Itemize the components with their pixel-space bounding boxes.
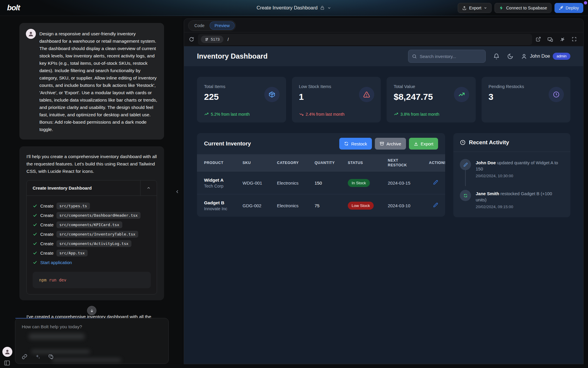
project-title-text: Create Inventory Dashboard: [257, 5, 318, 11]
workbench: Code Preview 5173 /: [184, 19, 584, 364]
check-icon: [33, 251, 37, 255]
upload-icon: [462, 6, 467, 10]
terminal-command: npm run dev: [33, 272, 151, 288]
export-label: Export: [469, 6, 481, 10]
clock-icon: [549, 87, 564, 102]
user-name: John Doe: [530, 54, 550, 59]
user-message: Design a responsive and user-friendly in…: [19, 23, 164, 140]
lock-icon: [320, 6, 325, 10]
artifact-title: Create Inventory Dashboard: [27, 185, 92, 190]
chat-mode-icon[interactable]: [48, 354, 54, 359]
link-icon[interactable]: [22, 354, 27, 359]
kpi-low-stock: Low Stock Items 1 2.4% from last month: [292, 77, 381, 122]
edit-icon[interactable]: [433, 203, 438, 208]
artifact-step: Create src/types.ts: [33, 201, 151, 210]
inventory-panel: Current Inventory Restock Archive Exp: [197, 133, 445, 217]
assistant-intro-text: I'll help you create a comprehensive inv…: [26, 153, 157, 175]
inventory-title: Current Inventory: [204, 140, 251, 147]
artifact-header[interactable]: Create Inventory Dashboard: [27, 180, 157, 196]
user-avatar: [26, 29, 36, 39]
url-input[interactable]: 5173 /: [198, 34, 532, 45]
assistant-message: I'll help you create a comprehensive inv…: [19, 146, 164, 300]
restock-button[interactable]: Restock: [339, 138, 372, 150]
chevron-down-icon: [484, 6, 487, 10]
url-path: /: [228, 37, 229, 42]
reload-icon[interactable]: [189, 37, 194, 42]
file-chip[interactable]: src/components/InventoryTable.tsx: [56, 231, 138, 238]
chat-input-box[interactable]: How can Bolt help you today?: [15, 318, 169, 364]
kpi-total-items: Total Items 225 5.2% from last month: [197, 77, 286, 122]
project-title[interactable]: Create Inventory Dashboard: [257, 5, 331, 11]
kpi-cards: Total Items 225 5.2% from last month Low…: [197, 77, 570, 122]
connect-supabase-button[interactable]: Connect to Supabase: [495, 3, 551, 13]
quantity-cell[interactable]: 75: [315, 203, 348, 208]
artifact-panel: Create Inventory Dashboard Create src/ty…: [26, 180, 157, 294]
redacted-text: [52, 358, 121, 362]
chat-panel: Design a responsive and user-friendly in…: [0, 16, 182, 368]
top-bar: bolt Create Inventory Dashboard Export C…: [0, 0, 588, 16]
artifact-step: Create src/App.tsx: [33, 248, 151, 258]
activity-item: John Doe updated quantity of Widget A to…: [460, 159, 564, 178]
devices-icon[interactable]: [547, 37, 553, 42]
account-avatar[interactable]: [2, 347, 12, 357]
download-icon: [414, 141, 418, 146]
redacted-text: [31, 350, 90, 354]
trending-up-icon: [204, 112, 209, 117]
export-csv-button[interactable]: Export: [409, 138, 438, 150]
preview-iframe: Inventory Dashboard: [184, 46, 583, 364]
search-icon: [412, 54, 417, 59]
chat-input-placeholder: How can Bolt help you today?: [22, 324, 82, 329]
file-chip[interactable]: src/App.tsx: [56, 250, 88, 256]
bolt-logo: bolt: [7, 3, 20, 12]
check-icon: [33, 260, 37, 265]
user-icon: [521, 53, 527, 59]
kpi-pending-restocks: Pending Restocks 3: [482, 77, 571, 122]
open-external-icon[interactable]: [536, 37, 541, 42]
status-badge: Low Stock: [348, 202, 374, 210]
inspector-cursor-icon[interactable]: [559, 37, 565, 42]
artifact-step: Create src/components/DashboardHeader.ts…: [33, 210, 151, 220]
deploy-button[interactable]: Deploy: [554, 3, 583, 13]
inventory-search[interactable]: [408, 50, 486, 63]
tab-code[interactable]: Code: [189, 21, 210, 30]
file-chip[interactable]: src/components/DashboardHeader.tsx: [56, 212, 141, 219]
search-input[interactable]: [420, 54, 482, 59]
dashboard-title: Inventory Dashboard: [197, 52, 268, 60]
export-button[interactable]: Export: [458, 3, 492, 13]
quantity-cell[interactable]: 150: [315, 180, 348, 185]
collapse-chat-handle[interactable]: [175, 189, 180, 194]
dark-mode-toggle-icon[interactable]: [507, 53, 513, 59]
activity-item: Jane Smith restocked Gadget B (+100 unit…: [460, 190, 564, 209]
port-number: 5173: [211, 37, 220, 42]
sparkles-icon[interactable]: [35, 354, 41, 359]
tab-preview[interactable]: Preview: [210, 21, 235, 30]
artifact-step: Create src/components/ActivityLog.tsx: [33, 239, 151, 248]
bell-icon[interactable]: [493, 53, 500, 59]
artifact-steps: Create src/types.ts Create src/component…: [27, 196, 157, 294]
check-icon: [33, 232, 37, 236]
user-prompt-text: Design a responsive and user-friendly in…: [39, 29, 158, 133]
file-chip[interactable]: src/components/ActivityLog.tsx: [56, 240, 131, 247]
file-chip[interactable]: src/components/KPICard.tsx: [56, 221, 122, 228]
start-application-step[interactable]: Start application: [33, 258, 151, 267]
refresh-icon: [460, 190, 471, 201]
sidebar-toggle-icon[interactable]: [4, 360, 10, 366]
check-icon: [33, 213, 37, 218]
archive-icon: [380, 141, 384, 146]
file-chip[interactable]: src/types.ts: [56, 203, 90, 209]
trending-up-icon: [454, 87, 469, 102]
check-icon: [33, 222, 37, 227]
connect-label: Connect to Supabase: [506, 6, 547, 10]
table-row: Widget A Tech Corp WDG-001 Electronics 1…: [197, 171, 445, 194]
archive-button[interactable]: Archive: [375, 138, 406, 150]
chevron-down-icon[interactable]: [327, 6, 331, 10]
user-menu[interactable]: John Doe admin: [521, 53, 570, 60]
port-pill[interactable]: 5173: [201, 36, 223, 43]
role-badge: admin: [553, 53, 570, 60]
edit-icon: [460, 159, 471, 170]
chevron-up-icon[interactable]: [140, 180, 157, 196]
fullscreen-icon[interactable]: [572, 37, 577, 42]
redacted-text: [29, 334, 85, 339]
edit-icon[interactable]: [433, 180, 438, 185]
alert-triangle-icon: [359, 87, 374, 102]
